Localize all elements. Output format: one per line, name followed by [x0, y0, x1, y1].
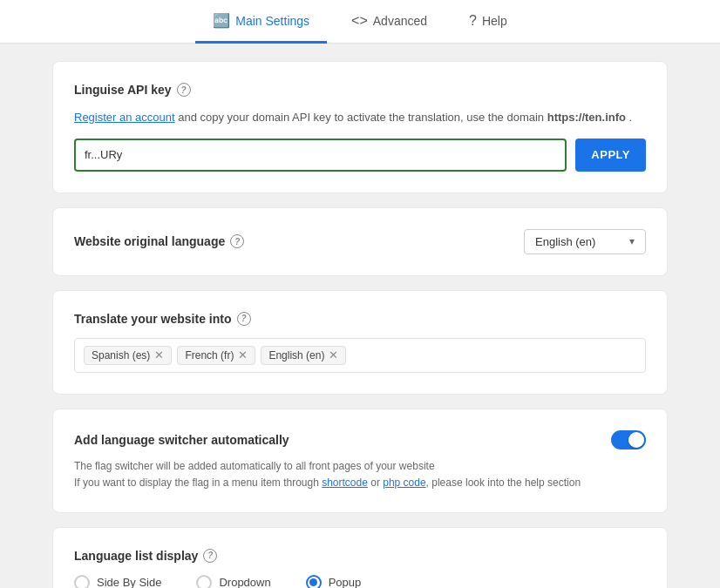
language-switcher-toggle[interactable] [611, 430, 646, 449]
tab-main-settings[interactable]: 🔤 Main Settings [195, 0, 327, 44]
language-switcher-card: Add language switcher automatically The … [52, 409, 668, 513]
radio-dropdown[interactable]: Dropdown [196, 575, 270, 588]
tab-advanced[interactable]: <> Advanced [334, 1, 445, 44]
original-language-select[interactable]: English (en) ▾ [524, 229, 646, 254]
original-language-help-icon[interactable]: ? [230, 234, 244, 248]
tab-help[interactable]: ? Help [452, 1, 525, 44]
radio-inner-popup [309, 578, 317, 586]
tag-english-close[interactable]: ✕ [329, 349, 338, 361]
main-content: Linguise API key ? Register an account a… [0, 44, 720, 588]
language-switcher-row: Add language switcher automatically [74, 430, 646, 449]
chevron-down-icon: ▾ [629, 235, 635, 247]
api-key-card: Linguise API key ? Register an account a… [52, 61, 668, 193]
tab-help-label: Help [482, 14, 507, 28]
language-switcher-title: Add language switcher automatically [74, 433, 289, 447]
api-key-help-icon[interactable]: ? [177, 83, 191, 97]
register-account-link[interactable]: Register an account [74, 111, 175, 124]
shortcode-link[interactable]: shortcode [322, 476, 368, 489]
radio-outer-dropdown [196, 575, 212, 588]
language-list-help-icon[interactable]: ? [203, 549, 217, 563]
top-navigation: 🔤 Main Settings <> Advanced ? Help [0, 0, 720, 44]
original-language-card: Website original language ? English (en)… [52, 207, 668, 276]
code-icon: <> [351, 13, 368, 29]
radio-outer-side-by-side [74, 575, 90, 588]
translate-icon: 🔤 [213, 12, 230, 29]
tag-english: English (en) ✕ [261, 346, 346, 365]
php-code-link[interactable]: php code [383, 476, 425, 489]
radio-side-by-side[interactable]: Side By Side [74, 575, 161, 588]
api-key-input[interactable] [74, 139, 567, 172]
api-input-row: APPLY [74, 139, 646, 172]
tag-french: French (fr) ✕ [177, 346, 255, 365]
api-description: Register an account and copy your domain… [74, 109, 646, 126]
original-language-title: Website original language ? [74, 234, 244, 248]
original-language-row: Website original language ? English (en)… [74, 229, 646, 254]
radio-outer-popup [306, 575, 322, 588]
display-options-group: Side By Side Dropdown Popup [74, 575, 646, 588]
translate-into-card: Translate your website into ? Spanish (e… [52, 290, 668, 395]
tag-french-close[interactable]: ✕ [238, 349, 248, 361]
tab-advanced-label: Advanced [373, 14, 427, 28]
switcher-description: The flag switcher will be added automati… [74, 458, 646, 491]
language-list-display-card: Language list display ? Side By Side Dro… [52, 527, 668, 588]
tag-spanish-close[interactable]: ✕ [154, 349, 164, 361]
tab-main-settings-label: Main Settings [235, 14, 309, 28]
help-nav-icon: ? [469, 13, 477, 29]
radio-popup[interactable]: Popup [306, 575, 362, 588]
translate-into-title: Translate your website into ? [74, 312, 646, 326]
apply-button[interactable]: APPLY [575, 139, 646, 172]
tag-spanish: Spanish (es) ✕ [84, 346, 172, 365]
language-list-title: Language list display ? [74, 549, 646, 563]
toggle-thumb [628, 432, 644, 448]
translate-tags-container[interactable]: Spanish (es) ✕ French (fr) ✕ English (en… [74, 338, 646, 373]
translate-into-help-icon[interactable]: ? [237, 312, 251, 326]
api-key-title: Linguise API key ? [74, 83, 646, 97]
